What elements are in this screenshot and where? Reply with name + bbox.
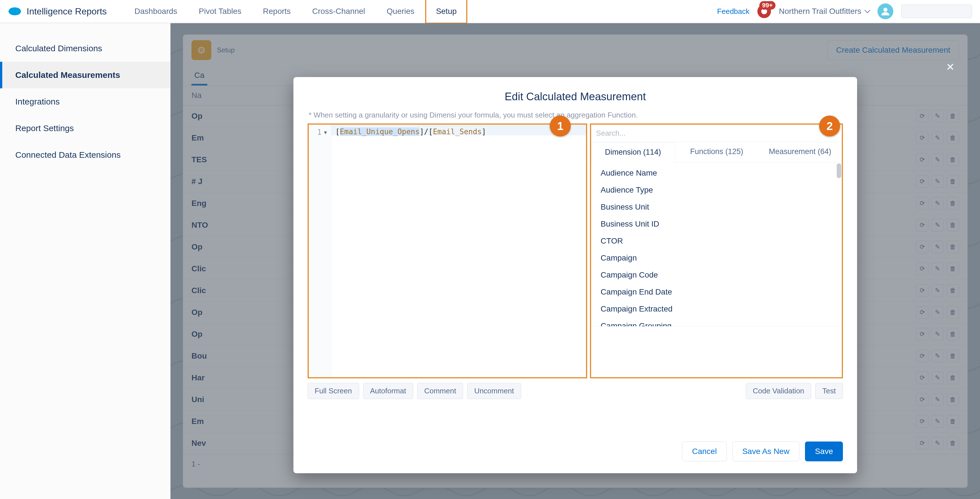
- nav-reports[interactable]: Reports: [252, 0, 301, 24]
- dimension-item[interactable]: Campaign Extracted: [591, 300, 842, 318]
- notifications-icon[interactable]: 99+: [757, 5, 771, 18]
- code-area[interactable]: [Email_Unique_Opens]/[Email_Sends]: [331, 125, 586, 377]
- picker-tabs: Dimension (114) Functions (125) Measurem…: [591, 142, 842, 162]
- global-search[interactable]: [901, 5, 972, 18]
- dimension-item[interactable]: CTOR: [591, 232, 842, 249]
- picker-search-wrap: ✕: [591, 125, 842, 142]
- dimension-item[interactable]: Campaign: [591, 249, 842, 267]
- line-gutter: 1▾: [309, 125, 331, 377]
- uncomment-button[interactable]: Uncomment: [467, 383, 521, 399]
- editor-row: 1▾ [Email_Unique_Opens]/[Email_Sends] ✕ …: [308, 124, 843, 378]
- dimension-item[interactable]: Campaign End Date: [591, 283, 842, 300]
- close-icon[interactable]: ✕: [946, 61, 955, 73]
- code-validation-button[interactable]: Code Validation: [746, 383, 811, 399]
- dimension-item[interactable]: Audience Name: [591, 165, 842, 181]
- modal-hint: * When setting a granularity or using Di…: [309, 111, 843, 119]
- svg-point-3: [883, 8, 888, 12]
- cancel-button[interactable]: Cancel: [682, 442, 727, 461]
- main: Calculated Dimensions Calculated Measure…: [0, 23, 980, 499]
- org-switcher[interactable]: Northern Trail Outfitters: [779, 7, 870, 16]
- svg-point-1: [9, 10, 15, 14]
- setup-sidebar: Calculated Dimensions Calculated Measure…: [0, 23, 170, 499]
- sidebar-item-calc-dimensions[interactable]: Calculated Dimensions: [0, 35, 170, 62]
- test-button[interactable]: Test: [815, 383, 843, 399]
- dimension-item[interactable]: Campaign Grouping: [591, 318, 842, 326]
- bracket-open-2: [: [428, 127, 433, 136]
- topbar: Intelligence Reports Dashboards Pivot Ta…: [0, 0, 980, 23]
- fold-icon[interactable]: ▾: [323, 128, 328, 137]
- notif-badge: 99+: [759, 1, 775, 10]
- user-icon: [881, 6, 890, 16]
- field-1: Email_Unique_Opens: [340, 127, 420, 136]
- app-title: Intelligence Reports: [27, 6, 107, 17]
- bracket-close-1: ]: [420, 127, 424, 136]
- autoformat-button[interactable]: Autoformat: [363, 383, 413, 399]
- sidebar-item-report-settings[interactable]: Report Settings: [0, 115, 170, 141]
- field-picker: ✕ Dimension (114) Functions (125) Measur…: [590, 124, 843, 378]
- sidebar-item-connected-data-ext[interactable]: Connected Data Extensions: [0, 141, 170, 168]
- save-button[interactable]: Save: [805, 442, 843, 461]
- svg-point-2: [15, 10, 21, 15]
- tab-functions[interactable]: Functions (125): [675, 142, 758, 162]
- dimension-item[interactable]: Audience Type: [591, 181, 842, 199]
- picker-search-input[interactable]: [596, 129, 827, 138]
- topbar-right: Feedback 99+ Northern Trail Outfitters: [717, 3, 972, 19]
- line-number-1: 1: [317, 128, 322, 137]
- org-name-label: Northern Trail Outfitters: [779, 7, 861, 16]
- picker-footer: [591, 326, 842, 377]
- bracket-open-1: [: [335, 127, 340, 136]
- modal-title: Edit Calculated Measurement: [308, 88, 843, 103]
- nav-cross-channel[interactable]: Cross-Channel: [301, 0, 376, 24]
- dimension-item[interactable]: Business Unit ID: [591, 216, 842, 232]
- field-2: Email_Sends: [433, 127, 482, 136]
- sidebar-item-calc-measurements[interactable]: Calculated Measurements: [0, 62, 170, 88]
- modal-footer: Cancel Save As New Save: [308, 442, 843, 461]
- sidebar-item-integrations[interactable]: Integrations: [0, 88, 170, 115]
- main-nav: Dashboards Pivot Tables Reports Cross-Ch…: [124, 0, 467, 24]
- nav-setup[interactable]: Setup: [425, 0, 467, 24]
- formula-editor[interactable]: 1▾ [Email_Unique_Opens]/[Email_Sends]: [308, 124, 587, 378]
- tab-measurement[interactable]: Measurement (64): [759, 142, 842, 162]
- nav-pivot-tables[interactable]: Pivot Tables: [188, 0, 252, 24]
- full-screen-button[interactable]: Full Screen: [308, 383, 359, 399]
- callout-2: 2: [819, 116, 840, 137]
- scrollbar-thumb[interactable]: [837, 164, 841, 178]
- tab-dimension[interactable]: Dimension (114): [591, 143, 675, 162]
- nav-queries[interactable]: Queries: [376, 0, 425, 24]
- nav-dashboards[interactable]: Dashboards: [124, 0, 188, 24]
- dimension-list[interactable]: Audience NameAudience TypeBusiness UnitB…: [591, 162, 842, 326]
- save-as-new-button[interactable]: Save As New: [732, 442, 800, 461]
- dimension-item[interactable]: Business Unit: [591, 199, 842, 216]
- edit-measurement-modal: Edit Calculated Measurement * When setti…: [293, 77, 857, 473]
- feedback-link[interactable]: Feedback: [717, 7, 749, 16]
- bracket-close-2: ]: [482, 127, 486, 136]
- avatar[interactable]: [877, 3, 893, 19]
- code-toolbar: Full Screen Autoformat Comment Uncomment…: [308, 378, 843, 399]
- content-area: ⚙ Setup Create Calculated Measurement Ca…: [170, 23, 980, 499]
- comment-button[interactable]: Comment: [417, 383, 463, 399]
- chevron-down-icon: [864, 7, 870, 13]
- salesforce-logo: [8, 6, 22, 16]
- dimension-item[interactable]: Campaign Code: [591, 267, 842, 283]
- operator: /: [424, 127, 428, 136]
- callout-1: 1: [550, 116, 571, 137]
